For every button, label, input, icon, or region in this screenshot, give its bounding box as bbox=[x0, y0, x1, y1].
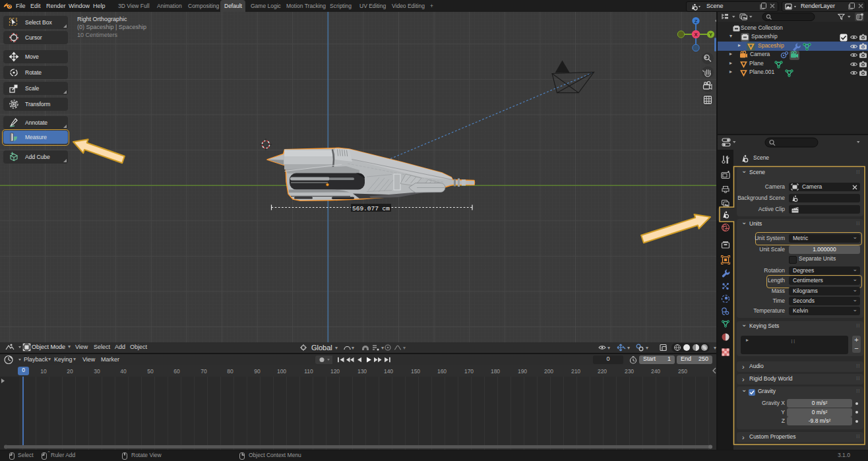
svg-text:▾: ▾ bbox=[607, 345, 610, 351]
svg-text:Z: Z bbox=[695, 18, 698, 24]
svg-text:X: X bbox=[694, 32, 697, 38]
svg-text:▾: ▾ bbox=[335, 345, 338, 351]
svg-text:▾: ▾ bbox=[381, 345, 384, 351]
svg-text:Y: Y bbox=[709, 32, 712, 38]
svg-text:▾: ▾ bbox=[352, 345, 354, 351]
svg-text:Global: Global bbox=[311, 344, 332, 352]
svg-text:569.077 cm: 569.077 cm bbox=[352, 205, 390, 212]
svg-text:▾: ▾ bbox=[646, 345, 648, 351]
svg-text:▾: ▾ bbox=[403, 345, 406, 351]
svg-text:▾: ▾ bbox=[627, 345, 630, 351]
